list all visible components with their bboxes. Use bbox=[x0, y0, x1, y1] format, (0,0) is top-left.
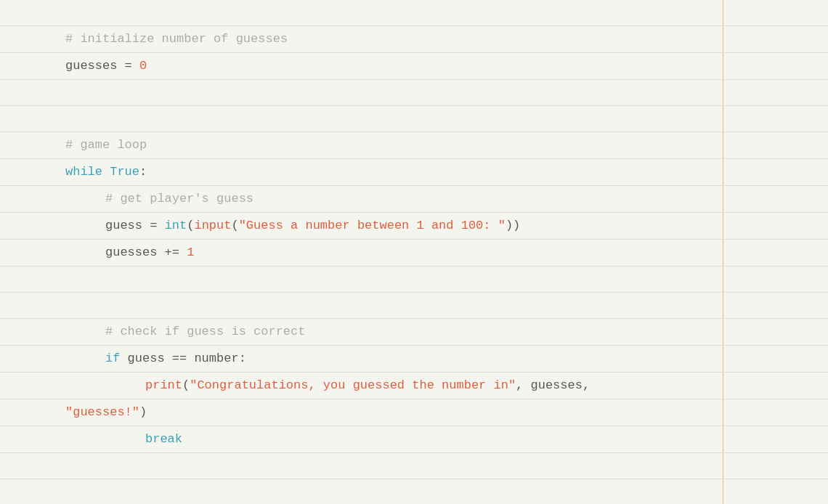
code-line bbox=[0, 293, 828, 319]
func-token: input bbox=[194, 219, 231, 232]
code-token: , guesses, bbox=[516, 378, 590, 392]
comment-text: # check if guess is correct bbox=[105, 325, 305, 338]
code-line: "guesses!") bbox=[0, 399, 828, 426]
comment-text: # game loop bbox=[65, 138, 147, 152]
string-token: "Congratulations, you guessed the number… bbox=[190, 378, 516, 392]
comment-text: # get player's guess bbox=[105, 192, 253, 206]
func-token: print bbox=[145, 378, 182, 392]
keyword-token: while bbox=[65, 165, 102, 179]
builtin-token: int bbox=[165, 219, 187, 232]
code-line: guess = int(input("Guess a number betwee… bbox=[0, 213, 828, 240]
code-token: guesses bbox=[105, 245, 157, 259]
code-line: # check if guess is correct bbox=[0, 319, 828, 346]
comment-text: # initialize number of guesses bbox=[65, 32, 288, 46]
code-line: if guess == number: bbox=[0, 346, 828, 373]
string-token: "guesses!" bbox=[65, 405, 139, 419]
number-token: 1 bbox=[187, 245, 194, 259]
code-token: ( bbox=[182, 378, 190, 392]
code-token: = bbox=[117, 59, 139, 73]
code-token: ) bbox=[139, 405, 147, 419]
code-line bbox=[0, 479, 828, 504]
code-line bbox=[0, 453, 828, 479]
code-line: # get player's guess bbox=[0, 186, 828, 213]
keyword-token: if bbox=[105, 351, 120, 365]
keyword-token: break bbox=[145, 432, 182, 446]
code-token: += bbox=[157, 245, 187, 259]
code-line: guesses = 0 bbox=[0, 53, 828, 80]
code-line: print("Congratulations, you guessed the … bbox=[0, 373, 828, 399]
keyword-token: True bbox=[110, 165, 139, 179]
code-line bbox=[0, 0, 828, 26]
code-token: ( bbox=[231, 219, 238, 232]
code-line: # initialize number of guesses bbox=[0, 26, 828, 53]
string-token: "Guess a number between 1 and 100: " bbox=[239, 219, 506, 232]
code-token bbox=[102, 165, 110, 179]
code-token: : bbox=[139, 165, 147, 179]
code-line bbox=[0, 267, 828, 293]
code-line bbox=[0, 80, 828, 106]
code-line: # game loop bbox=[0, 132, 828, 159]
code-line: break bbox=[0, 426, 828, 453]
code-token: guess == number: bbox=[120, 351, 245, 365]
code-token: guess bbox=[105, 219, 142, 232]
code-line: while True: bbox=[0, 159, 828, 186]
code-editor: # initialize number of guesses guesses =… bbox=[0, 0, 828, 504]
line-area: # initialize number of guesses guesses =… bbox=[0, 0, 828, 504]
code-line bbox=[0, 106, 828, 132]
code-token: = bbox=[142, 219, 165, 232]
code-token: guesses bbox=[65, 59, 117, 73]
code-line: guesses += 1 bbox=[0, 240, 828, 267]
code-token: ( bbox=[187, 219, 194, 232]
code-token: 0 bbox=[139, 59, 147, 73]
code-token: )) bbox=[506, 219, 520, 232]
